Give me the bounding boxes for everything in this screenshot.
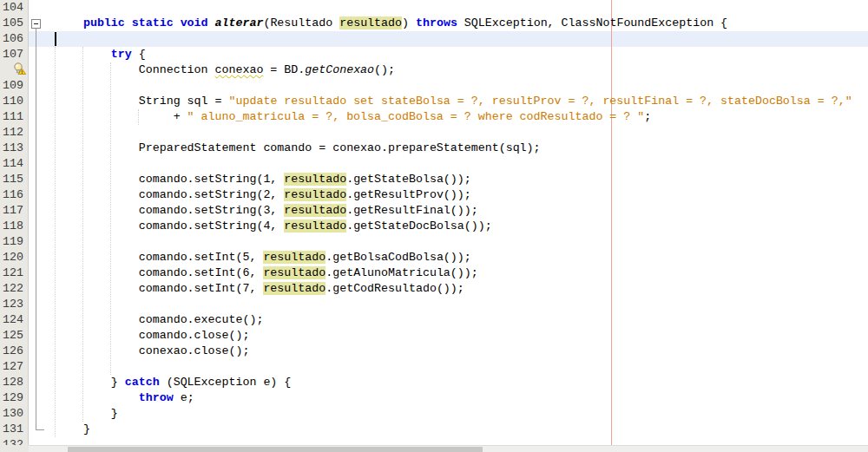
code-line[interactable]: comando.setString(4, resultado.getStateD… <box>29 219 868 234</box>
code-token: .getBolsaCodBolsa()); <box>326 251 471 264</box>
code-line[interactable]: comando.setString(1, resultado.getStateB… <box>29 172 868 187</box>
line-number[interactable]: 110 <box>0 94 29 109</box>
editor-line: 109 <box>0 78 868 94</box>
code-token: (SQLException e) { <box>160 376 292 389</box>
highlighted-occurrence: resultado <box>284 188 346 201</box>
code-line[interactable] <box>29 0 868 16</box>
code-token: ; <box>644 110 651 123</box>
scrollbar-corner <box>0 445 29 452</box>
code-line[interactable]: comando.setInt(5, resultado.getBolsaCodB… <box>29 250 868 265</box>
line-number[interactable]: 112 <box>0 125 29 141</box>
code-line[interactable] <box>29 297 868 312</box>
highlighted-occurrence: resultado <box>284 219 346 233</box>
code-line[interactable] <box>29 31 868 47</box>
code-line[interactable]: comando.setInt(6, resultado.getAlunoMatr… <box>29 265 868 281</box>
code-token <box>208 16 215 29</box>
code-token <box>56 48 111 61</box>
line-number[interactable]: 119 <box>0 234 29 250</box>
code-editor: 104105 public static void alterar(Result… <box>0 0 868 452</box>
line-number[interactable]: 126 <box>0 344 29 359</box>
code-token: String sql = <box>56 95 229 108</box>
editor-line: Connection conexao = BD.getConexao(); <box>0 62 868 78</box>
editor-line: 104 <box>0 0 868 16</box>
code-token: comando.execute(); <box>56 313 263 326</box>
line-number[interactable]: 118 <box>0 219 29 234</box>
code-line[interactable]: comando.setInt(7, resultado.getCodResult… <box>29 281 868 297</box>
hint-bulb-icon[interactable] <box>0 62 29 78</box>
code-line[interactable]: comando.setString(2, resultado.getResult… <box>29 187 868 203</box>
horizontal-scrollbar-track[interactable] <box>29 445 868 452</box>
minus-icon <box>34 23 38 24</box>
code-line[interactable] <box>29 156 868 172</box>
code-token: throw <box>139 391 174 404</box>
code-token: try <box>111 48 132 61</box>
line-number[interactable]: 131 <box>0 422 29 437</box>
line-number[interactable]: 106 <box>0 31 29 47</box>
line-number[interactable]: 104 <box>0 0 29 16</box>
editor-line: 125 comando.close(); <box>0 328 868 344</box>
code-line[interactable] <box>29 359 868 375</box>
fold-collapse-button[interactable] <box>31 19 41 29</box>
line-number[interactable]: 130 <box>0 406 29 422</box>
code-token: + <box>56 110 187 123</box>
code-token: .getResultFinal()); <box>346 204 478 217</box>
code-token: comando.setInt(6, <box>56 266 263 279</box>
code-line[interactable]: PreparedStatement comando = conexao.prep… <box>29 141 868 156</box>
editor-line: 118 comando.setString(4, resultado.getSt… <box>0 219 868 234</box>
horizontal-scrollbar-thumb[interactable] <box>68 447 483 452</box>
highlighted-occurrence: resultado <box>263 282 326 295</box>
code-line[interactable]: try { <box>29 47 868 62</box>
code-token: { <box>132 48 146 61</box>
code-line[interactable]: comando.close(); <box>29 328 868 344</box>
code-line[interactable]: } catch (SQLException e) { <box>29 375 868 390</box>
line-number[interactable]: 105 <box>0 16 29 31</box>
line-number[interactable]: 116 <box>0 187 29 203</box>
editor-line: 113 PreparedStatement comando = conexao.… <box>0 141 868 156</box>
code-line[interactable]: String sql = "update resultado set state… <box>29 94 868 109</box>
line-number[interactable]: 124 <box>0 312 29 328</box>
editor-line: 120 comando.setInt(5, resultado.getBolsa… <box>0 250 868 265</box>
line-number[interactable]: 120 <box>0 250 29 265</box>
code-line[interactable]: conexao.close(); <box>29 344 868 359</box>
line-number[interactable]: 121 <box>0 265 29 281</box>
editor-line: 123 <box>0 297 868 312</box>
line-number[interactable]: 123 <box>0 297 29 312</box>
highlighted-occurrence: resultado <box>263 266 326 279</box>
editor-line: 128 } catch (SQLException e) { <box>0 375 868 390</box>
editor-line: 116 comando.setString(2, resultado.getRe… <box>0 187 868 203</box>
line-number[interactable]: 111 <box>0 109 29 125</box>
code-token: comando.setString(2, <box>56 188 284 201</box>
line-number[interactable]: 109 <box>0 78 29 94</box>
editor-line: 122 comando.setInt(7, resultado.getCodRe… <box>0 281 868 297</box>
line-number[interactable]: 122 <box>0 281 29 297</box>
line-number[interactable]: 125 <box>0 328 29 344</box>
line-number[interactable]: 114 <box>0 156 29 172</box>
code-line[interactable] <box>29 78 868 94</box>
code-line[interactable]: } <box>29 406 868 422</box>
code-line[interactable] <box>29 125 868 141</box>
code-token: .getStateBolsa()); <box>346 173 471 186</box>
code-line[interactable]: + " aluno_matricula = ?, bolsa_codBolsa … <box>29 109 868 125</box>
code-token: getConexao <box>305 63 374 76</box>
line-number[interactable]: 115 <box>0 172 29 187</box>
code-line[interactable]: public static void alterar(Resultado res… <box>29 16 868 31</box>
code-line[interactable]: } <box>29 422 868 437</box>
code-line[interactable]: comando.setString(3, resultado.getResult… <box>29 203 868 219</box>
code-line[interactable]: comando.execute(); <box>29 312 868 328</box>
code-token: (); <box>374 63 395 76</box>
line-number[interactable]: 107 <box>0 47 29 62</box>
code-line[interactable]: throw e; <box>29 390 868 406</box>
line-number[interactable]: 117 <box>0 203 29 219</box>
code-line[interactable] <box>29 234 868 250</box>
line-number[interactable]: 129 <box>0 390 29 406</box>
line-number[interactable]: 127 <box>0 359 29 375</box>
editor-line: 111 + " aluno_matricula = ?, bolsa_codBo… <box>0 109 868 125</box>
code-line[interactable]: Connection conexao = BD.getConexao(); <box>29 62 868 78</box>
editor-line: 105 public static void alterar(Resultado… <box>0 16 868 31</box>
code-token: throws <box>416 16 457 29</box>
text-caret <box>55 32 56 46</box>
editor-line: 119 <box>0 234 868 250</box>
line-number[interactable]: 113 <box>0 141 29 156</box>
line-number[interactable]: 128 <box>0 375 29 390</box>
editor-line: 129 throw e; <box>0 390 868 406</box>
